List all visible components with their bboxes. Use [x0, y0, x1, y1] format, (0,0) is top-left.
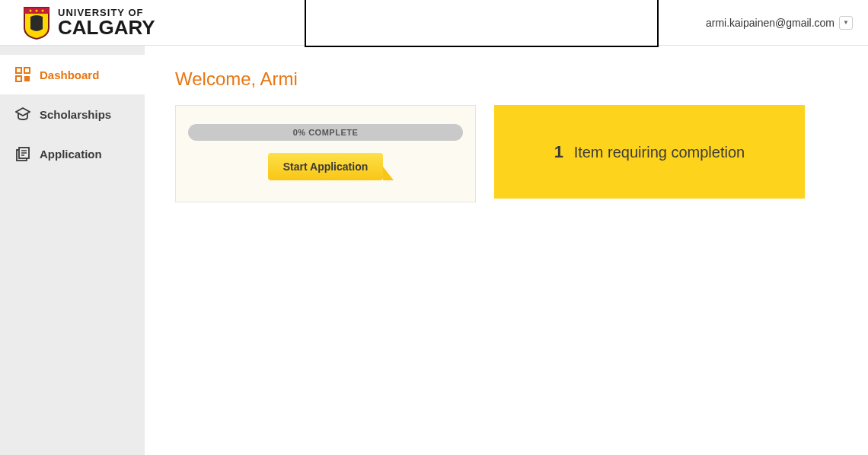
- chevron-down-icon: ▼: [843, 19, 849, 26]
- sidebar-item-scholarships[interactable]: Scholarships: [0, 94, 145, 134]
- main-content: Welcome, Armi 0% COMPLETE Start Applicat…: [145, 46, 868, 455]
- header: UNIVERSITY OF CALGARY armi.kaipainen@gma…: [0, 0, 868, 46]
- content-area: Dashboard Scholarships Application Welco…: [0, 46, 868, 455]
- completion-card[interactable]: 1 Item requiring completion: [494, 105, 805, 199]
- user-area: armi.kaipainen@gmail.com ▼: [706, 16, 853, 30]
- scholarship-icon: [15, 107, 30, 122]
- completion-text: 1 Item requiring completion: [554, 142, 745, 162]
- university-shield-icon: [23, 6, 50, 40]
- sidebar: Dashboard Scholarships Application: [0, 46, 145, 455]
- svg-point-2: [42, 9, 44, 11]
- cards-row: 0% COMPLETE Start Application 1 Item req…: [175, 105, 838, 202]
- header-empty-box: [305, 0, 659, 47]
- dashboard-icon: [15, 67, 30, 82]
- page-title: Welcome, Armi: [175, 68, 838, 90]
- user-dropdown-button[interactable]: ▼: [839, 16, 853, 30]
- sidebar-item-application[interactable]: Application: [0, 134, 145, 173]
- logo-area: UNIVERSITY OF CALGARY: [23, 6, 155, 40]
- svg-rect-3: [16, 68, 21, 73]
- progress-bar: 0% COMPLETE: [188, 124, 463, 141]
- svg-point-1: [36, 9, 38, 11]
- svg-rect-5: [16, 76, 21, 81]
- sidebar-item-label: Dashboard: [40, 68, 99, 81]
- svg-rect-4: [24, 68, 30, 73]
- start-application-button[interactable]: Start Application: [268, 153, 384, 180]
- application-progress-card: 0% COMPLETE Start Application: [175, 105, 476, 202]
- completion-count: 1: [554, 142, 563, 161]
- university-bottom-text: CALGARY: [58, 18, 155, 37]
- completion-label: Item requiring completion: [574, 144, 745, 161]
- svg-rect-6: [24, 76, 30, 81]
- application-icon: [15, 146, 30, 161]
- university-name: UNIVERSITY OF CALGARY: [58, 8, 155, 37]
- sidebar-item-dashboard[interactable]: Dashboard: [0, 55, 145, 94]
- sidebar-item-label: Scholarships: [40, 108, 111, 121]
- svg-point-0: [30, 9, 32, 11]
- progress-label: 0% COMPLETE: [293, 128, 359, 137]
- sidebar-item-label: Application: [40, 148, 102, 161]
- user-email: armi.kaipainen@gmail.com: [706, 17, 834, 29]
